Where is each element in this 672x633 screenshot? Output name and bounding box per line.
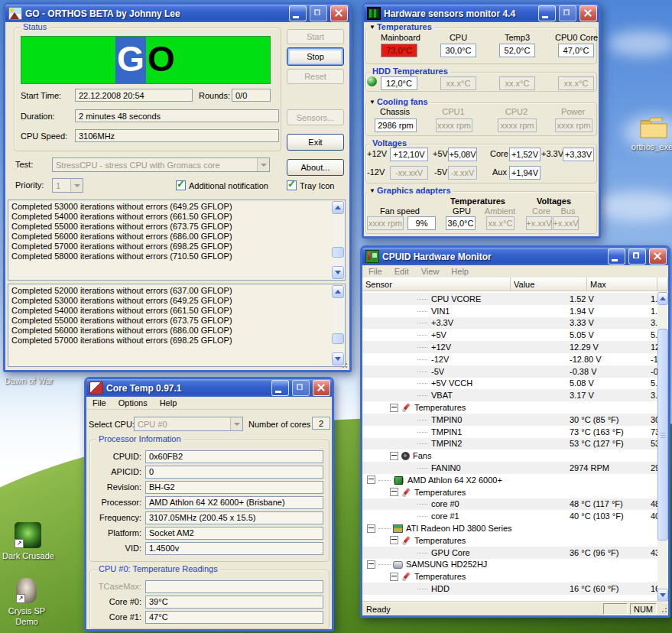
column-header-value[interactable]: Value — [511, 278, 587, 291]
resize-grip[interactable] — [658, 604, 668, 614]
sensor-row[interactable]: TMPIN173 °C (163 °F)73 °C (163 °F) — [362, 426, 668, 438]
sensor-row[interactable]: VBAT3.17 V3.17 V — [362, 389, 668, 401]
additional-notification-checkbox[interactable]: ✓ — [176, 180, 186, 190]
menu-options[interactable]: Options — [112, 398, 154, 407]
desktop-icon-label-orthos-exe[interactable]: orthos_exe — [625, 142, 672, 151]
tree-collapse-icon[interactable] — [367, 524, 375, 533]
tree-collapse-icon[interactable] — [390, 404, 398, 412]
field-value[interactable]: AMD Athlon 64 X2 6000+ (Brisbane) — [145, 496, 323, 509]
voltages-header[interactable]: Voltages — [370, 138, 409, 148]
tree-collapse-icon[interactable] — [390, 488, 398, 496]
menu-help[interactable]: Help — [154, 398, 183, 407]
minimize-button[interactable] — [271, 380, 289, 396]
titlebar-coretemp[interactable]: Core Temp 0.97.1 — [86, 379, 332, 397]
log-pane-1[interactable]: Completed 53000 iterations without error… — [8, 200, 346, 281]
sensor-row[interactable]: Fans — [362, 450, 668, 462]
sensor-row[interactable]: SAMSUNG HD252HJ — [362, 559, 668, 571]
select-cpu-combobox[interactable]: CPU #0 — [134, 417, 243, 431]
sensor-row[interactable]: +3.3V3.33 V3.33 V — [362, 317, 668, 329]
maximize-button[interactable] — [628, 248, 646, 265]
priority-combobox[interactable]: 1 — [52, 178, 83, 193]
close-button[interactable] — [579, 5, 597, 21]
duration-field[interactable]: 2 minutes 48 seconds — [75, 109, 279, 122]
sensor-row[interactable]: Temperatures — [362, 486, 668, 498]
hdd-temps-header[interactable]: HDD Temperatures — [370, 67, 450, 76]
field-value[interactable]: 3107.05MHz (200.45 x 15.5) — [145, 511, 323, 524]
log-pane-2[interactable]: Completed 52000 iterations without error… — [8, 284, 346, 367]
scroll-up-icon[interactable] — [332, 285, 344, 298]
tree-collapse-icon[interactable] — [390, 536, 398, 544]
folder-icon[interactable] — [639, 115, 668, 140]
dark-crusade-icon[interactable]: ↗ — [15, 522, 41, 548]
sensor-row[interactable]: ATI Radeon HD 3800 Series — [362, 522, 668, 534]
tree-collapse-icon[interactable] — [390, 573, 398, 581]
sensors-button[interactable]: Sensors... — [287, 109, 344, 125]
sensor-row[interactable]: TMPIN253 °C (127 °F)53 °C (127 °F) — [362, 438, 668, 450]
field-value[interactable]: 0 — [145, 466, 323, 479]
field-value[interactable]: 39°C — [145, 596, 323, 609]
column-header-max[interactable]: Max — [587, 278, 657, 291]
sensor-row[interactable]: +12V12.29 V12.29 V — [362, 341, 668, 353]
desktop-icon-label-dawn-of-war[interactable]: Dawn of War — [5, 376, 66, 385]
sensor-row[interactable]: VIN11.94 V1.94 V — [362, 305, 668, 317]
start-button[interactable]: Start — [287, 29, 344, 44]
field-value[interactable]: Socket AM2 — [145, 527, 323, 540]
reset-button[interactable]: Reset — [287, 69, 344, 84]
tree-collapse-icon[interactable] — [367, 476, 375, 484]
cooling-fans-header[interactable]: ▼Cooling fans — [367, 97, 430, 106]
log1-scrollbar[interactable] — [332, 201, 344, 279]
sensor-row[interactable]: TMPIN030 °C (85 °F)30 °C (85 °F) — [362, 414, 668, 426]
sensor-row[interactable]: core #048 °C (117 °F)48 °C (117 °F) — [362, 498, 668, 511]
sensor-row[interactable]: Temperatures — [362, 401, 668, 414]
sensor-row[interactable]: -12V-12.80 V-12.80 V — [362, 353, 668, 365]
chevron-down-icon[interactable] — [70, 179, 83, 192]
menu-file[interactable]: File — [362, 267, 388, 276]
minimize-button[interactable] — [538, 5, 556, 21]
log2-scrollbar[interactable] — [332, 285, 344, 365]
menu-help[interactable]: Help — [445, 267, 475, 276]
scroll-down-icon[interactable] — [332, 266, 344, 279]
tree-collapse-icon[interactable] — [367, 560, 375, 569]
minimize-button[interactable] — [289, 5, 307, 21]
sensor-row[interactable]: AMD Athlon 64 X2 6000+ — [362, 474, 668, 486]
close-button[interactable] — [313, 380, 330, 396]
chevron-down-icon[interactable] — [257, 158, 269, 171]
scrollbar-thumb[interactable] — [657, 329, 668, 540]
field-value[interactable] — [145, 580, 323, 593]
list-scrollbar[interactable] — [657, 291, 668, 602]
sensor-row[interactable]: Temperatures — [362, 570, 668, 583]
sensor-row[interactable]: +5V5.05 V5.08 V — [362, 329, 668, 341]
scrollbar-thumb[interactable] — [332, 247, 344, 258]
sensor-row[interactable]: GPU Core36 °C (96 °F)43 °C (109 °F) — [362, 547, 668, 559]
crysis-sp-demo-icon[interactable]: ↗ — [16, 578, 37, 603]
sensor-row[interactable]: core #140 °C (103 °F)40 °C (104 °F) — [362, 510, 668, 522]
tree-collapse-icon[interactable] — [390, 452, 398, 460]
chevron-down-icon[interactable] — [230, 417, 242, 430]
desktop-icon-label-crysis-line1[interactable]: Crysis SP — [0, 606, 54, 615]
close-button[interactable] — [649, 248, 667, 265]
maximize-button[interactable] — [292, 380, 310, 396]
maximize-button[interactable] — [559, 5, 576, 21]
field-value[interactable]: BH-G2 — [145, 481, 323, 494]
sensor-row[interactable]: FANIN02974 RPM2987 RPM — [362, 462, 668, 474]
tray-icon-checkbox[interactable]: ✓ — [287, 180, 297, 190]
field-value[interactable]: 1.4500v — [145, 542, 323, 555]
titlebar-hsm[interactable]: Hardware sensors monitor 4.4 — [364, 5, 599, 22]
exit-button[interactable]: Exit — [287, 134, 344, 151]
field-value[interactable]: 0x60FB2 — [145, 450, 323, 463]
menu-file[interactable]: File — [86, 398, 112, 407]
sensor-list[interactable]: CPU VCORE1.52 V1.52 VVIN11.94 V1.94 V+3.… — [362, 291, 668, 602]
scroll-down-icon[interactable] — [332, 352, 344, 365]
maximize-button[interactable] — [310, 5, 327, 21]
temperatures-header[interactable]: ▼Temperatures — [367, 22, 434, 31]
scroll-up-icon[interactable] — [332, 201, 344, 214]
sensor-row[interactable]: Temperatures — [362, 534, 668, 547]
titlebar-orthos[interactable]: GO - ORTHOS BETA by Johnny Lee — [5, 5, 349, 22]
sensor-row[interactable]: CPU VCORE1.52 V1.52 V — [362, 293, 668, 305]
column-header-sensor[interactable]: Sensor — [362, 278, 511, 291]
graphics-adapters-header[interactable]: ▼Graphics adapters — [367, 186, 453, 195]
scrollbar-thumb[interactable] — [332, 333, 344, 344]
sensor-row[interactable]: HDD16 °C (60 °F)16 °C (60 °F) — [362, 583, 668, 595]
stop-button[interactable]: Stop — [287, 47, 344, 66]
desktop-icon-label-crysis-line2[interactable]: Demo — [0, 617, 54, 626]
